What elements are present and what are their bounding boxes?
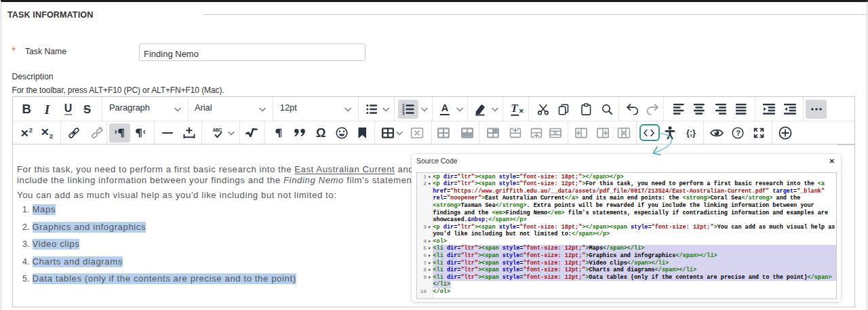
svg-text:ABC: ABC [212, 128, 222, 132]
svg-text:3: 3 [402, 111, 405, 115]
svg-text:?: ? [736, 129, 741, 137]
